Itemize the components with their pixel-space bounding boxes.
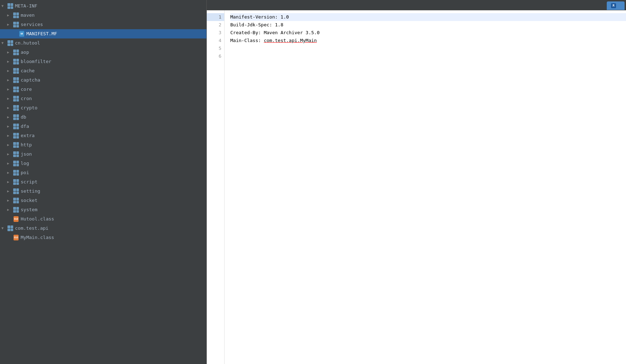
label-meta-inf: META-INF — [15, 2, 37, 10]
icon-json — [13, 151, 19, 157]
icon-meta-inf — [7, 3, 14, 9]
tree-item-bloomfilter[interactable]: ▶bloomfilter — [0, 57, 206, 66]
tab-manifest-icon: M — [611, 3, 616, 8]
icon-com-test-api — [7, 225, 14, 231]
icon-cron — [13, 96, 19, 102]
label-setting: setting — [21, 187, 40, 195]
label-manifest: MANIFEST.MF — [26, 30, 57, 38]
label-com-test-api: com.test.api — [15, 224, 48, 232]
tree-item-log[interactable]: ▶log — [0, 159, 206, 168]
label-services: services — [21, 21, 43, 28]
arrow-http: ▶ — [0, 141, 13, 149]
label-hutool-class: Hutool.class — [21, 215, 54, 223]
tree-item-maven[interactable]: ▶maven — [0, 11, 206, 20]
label-db: db — [21, 113, 26, 121]
arrow-aop: ▶ — [0, 48, 13, 56]
code-area[interactable]: Manifest-Version: 1.0Build-Jdk-Spec: 1.8… — [225, 10, 626, 364]
line-number-3: 3 — [207, 29, 224, 37]
icon-aop — [13, 50, 19, 55]
label-captcha: captcha — [21, 76, 40, 84]
code-line-4: Main-Class: com.test.api.MyMain — [230, 37, 626, 45]
label-bloomfilter: bloomfilter — [21, 58, 51, 66]
tree-item-manifest[interactable]: ▶MMANIFEST.MF — [0, 29, 206, 38]
tree-item-extra[interactable]: ▶extra — [0, 131, 206, 140]
tree-item-cron[interactable]: ▶cron — [0, 94, 206, 103]
manifest-tab[interactable]: M — [607, 1, 625, 10]
label-mymain-class: MyMain.class — [21, 234, 54, 241]
arrow-socket: ▶ — [0, 197, 13, 204]
arrow-com-test-api: ▼ — [0, 224, 7, 232]
code-line-2: Build-Jdk-Spec: 1.8 — [230, 21, 626, 29]
icon-maven — [13, 12, 19, 18]
editor-content: 123456 Manifest-Version: 1.0Build-Jdk-Sp… — [207, 10, 626, 364]
tree-item-cn-hutool[interactable]: ▼cn.hutool — [0, 38, 206, 48]
icon-services — [13, 22, 19, 27]
arrow-db: ▶ — [0, 113, 13, 121]
label-poi: poi — [21, 169, 29, 177]
label-cache: cache — [21, 67, 35, 75]
tree-item-system[interactable]: ▶system — [0, 205, 206, 214]
icon-db — [13, 114, 19, 120]
line-number-6: 6 — [207, 52, 224, 60]
line-number-5: 5 — [207, 45, 224, 52]
tree-item-services[interactable]: ▶services — [0, 20, 206, 29]
tree-item-poi[interactable]: ▶poi — [0, 168, 206, 177]
label-crypto: crypto — [21, 104, 37, 112]
icon-hutool-class: 010 — [13, 216, 19, 222]
arrow-core: ▶ — [0, 85, 13, 93]
label-json: json — [21, 150, 32, 158]
label-cron: cron — [21, 95, 32, 103]
line-numbers: 123456 — [207, 10, 225, 364]
icon-mymain-class: 010 — [13, 235, 19, 240]
label-script: script — [21, 178, 37, 186]
line-number-2: 2 — [207, 21, 224, 29]
arrow-crypto: ▶ — [0, 104, 13, 112]
tree-item-http[interactable]: ▶http — [0, 140, 206, 150]
arrow-system: ▶ — [0, 206, 13, 214]
icon-extra — [13, 133, 19, 139]
arrow-setting: ▶ — [0, 187, 13, 195]
tree-item-socket[interactable]: ▶socket — [0, 196, 206, 205]
tree-item-script[interactable]: ▶script — [0, 177, 206, 187]
tree-item-mymain-class[interactable]: ▶010MyMain.class — [0, 233, 206, 242]
tree-item-db[interactable]: ▶db — [0, 113, 206, 122]
icon-system — [13, 207, 19, 213]
tree-item-hutool-class[interactable]: ▶010Hutool.class — [0, 214, 206, 224]
label-aop: aop — [21, 48, 29, 56]
arrow-cron: ▶ — [0, 95, 13, 103]
code-line-3: Created-By: Maven Archiver 3.5.0 — [230, 29, 626, 37]
label-extra: extra — [21, 132, 35, 140]
arrow-script: ▶ — [0, 178, 13, 186]
label-socket: socket — [21, 197, 37, 204]
arrow-maven: ▶ — [0, 11, 13, 19]
arrow-meta-inf: ▼ — [0, 2, 7, 10]
tree-item-setting[interactable]: ▶setting — [0, 187, 206, 196]
arrow-cn-hutool: ▼ — [0, 39, 7, 47]
label-core: core — [21, 85, 32, 93]
editor-tabs: M — [207, 0, 626, 10]
file-tree-panel: ▼META-INF▶maven▶services▶MMANIFEST.MF▼cn… — [0, 0, 207, 364]
tree-item-meta-inf[interactable]: ▼META-INF — [0, 1, 206, 11]
label-dfa: dfa — [21, 123, 29, 130]
tree-item-crypto[interactable]: ▶crypto — [0, 103, 206, 113]
tree-item-captcha[interactable]: ▶captcha — [0, 76, 206, 85]
icon-crypto — [13, 105, 19, 111]
tree-item-json[interactable]: ▶json — [0, 150, 206, 159]
icon-script — [13, 179, 19, 185]
arrow-services: ▶ — [0, 21, 13, 28]
tree-item-com-test-api[interactable]: ▼com.test.api — [0, 224, 206, 233]
line-number-4: 4 — [207, 37, 224, 45]
icon-cache — [13, 68, 19, 74]
tree-item-aop[interactable]: ▶aop — [0, 48, 206, 57]
label-http: http — [21, 141, 32, 149]
icon-manifest: M — [19, 31, 25, 37]
tree-item-core[interactable]: ▶core — [0, 85, 206, 94]
label-log: log — [21, 160, 29, 167]
icon-setting — [13, 188, 19, 194]
label-maven: maven — [21, 11, 35, 19]
tree-item-dfa[interactable]: ▶dfa — [0, 122, 206, 131]
tree-item-cache[interactable]: ▶cache — [0, 66, 206, 76]
arrow-cache: ▶ — [0, 67, 13, 75]
arrow-extra: ▶ — [0, 132, 13, 140]
arrow-json: ▶ — [0, 150, 13, 158]
